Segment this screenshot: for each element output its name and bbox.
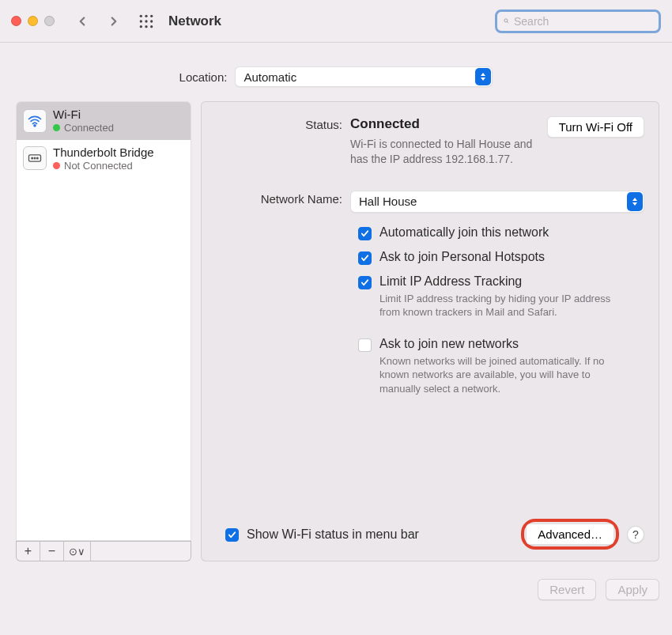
limit-ip-checkbox[interactable] (358, 276, 372, 289)
minimize-window-button[interactable] (28, 16, 38, 26)
svg-point-13 (32, 158, 33, 160)
limit-ip-label: Limit IP Address Tracking (379, 274, 644, 289)
sidebar-footer: + − ⊙∨ (16, 541, 191, 561)
svg-point-15 (37, 158, 39, 160)
search-input[interactable] (514, 15, 652, 28)
svg-point-8 (150, 25, 153, 28)
auto-join-label: Automatically join this network (379, 225, 644, 240)
show-status-menubar-row: Show Wi-Fi status in menu bar (225, 527, 419, 542)
status-dot-icon (53, 124, 60, 131)
interface-name: Thunderbolt Bridge (53, 146, 154, 160)
ask-new-checkbox-row: Ask to join new networks Known networks … (358, 337, 644, 396)
interface-list: Wi-Fi Connected Thunderbolt Bridge (16, 101, 191, 541)
svg-point-14 (34, 158, 36, 160)
network-name-label: Network Name: (216, 191, 350, 213)
apply-button[interactable]: Apply (606, 579, 659, 600)
window-controls (11, 16, 55, 26)
wifi-toggle-button[interactable]: Turn Wi-Fi Off (547, 116, 644, 138)
status-description: Wi-Fi is connected to Hall House and has… (350, 137, 538, 167)
toolbar: Network (0, 0, 672, 43)
show-status-menubar-checkbox[interactable] (225, 528, 239, 542)
svg-point-3 (140, 20, 142, 22)
interface-item-thunderbolt[interactable]: Thunderbolt Bridge Not Connected (17, 140, 191, 178)
interface-actions-button[interactable]: ⊙∨ (64, 542, 91, 561)
ask-hotspot-checkbox[interactable] (358, 251, 372, 265)
interface-status: Connected (53, 122, 114, 134)
interface-sidebar: Wi-Fi Connected Thunderbolt Bridge (16, 101, 191, 561)
help-button[interactable]: ? (627, 526, 644, 543)
network-name-row: Network Name: Hall House (216, 191, 644, 213)
detail-footer: Show Wi-Fi status in menu bar Advanced… … (216, 519, 644, 550)
detail-pane: Status: Connected Wi-Fi is connected to … (201, 101, 659, 561)
back-button[interactable] (75, 14, 89, 28)
svg-point-11 (34, 125, 36, 127)
auto-join-checkbox-row: Automatically join this network (358, 225, 644, 240)
close-window-button[interactable] (11, 16, 21, 26)
window-footer-buttons: Revert Apply (0, 561, 672, 600)
location-value: Automatic (244, 70, 296, 84)
location-label: Location: (179, 70, 228, 84)
ask-new-checkbox[interactable] (358, 338, 372, 352)
limit-ip-checkbox-row: Limit IP Address Tracking Limit IP addre… (358, 274, 644, 319)
revert-button[interactable]: Revert (538, 579, 596, 600)
ask-new-description: Known networks will be joined automatica… (379, 354, 632, 396)
location-row: Location: Automatic (0, 43, 672, 101)
status-label: Status: (216, 116, 350, 167)
advanced-highlight: Advanced… (521, 519, 619, 550)
auto-join-checkbox[interactable] (358, 227, 372, 240)
remove-interface-button[interactable]: − (40, 542, 64, 561)
zoom-window-button[interactable] (44, 16, 55, 26)
svg-point-5 (150, 20, 153, 22)
add-interface-button[interactable]: + (17, 542, 40, 561)
dropdown-stepper-icon (627, 192, 643, 211)
advanced-button[interactable]: Advanced… (526, 523, 614, 545)
ask-hotspot-label: Ask to join Personal Hotspots (379, 250, 644, 264)
status-value: Connected (350, 116, 538, 132)
nav-arrows (75, 14, 121, 28)
svg-point-4 (145, 20, 147, 22)
dropdown-stepper-icon (475, 68, 491, 85)
network-name-value: Hall House (359, 195, 417, 208)
svg-point-1 (145, 14, 147, 17)
wifi-icon (23, 109, 47, 133)
interface-item-wifi[interactable]: Wi-Fi Connected (17, 102, 191, 140)
interface-status: Not Connected (53, 160, 154, 172)
content-area: Wi-Fi Connected Thunderbolt Bridge (0, 101, 672, 561)
network-name-select[interactable]: Hall House (350, 191, 644, 213)
svg-point-2 (150, 14, 153, 17)
show-all-preferences-button[interactable] (138, 13, 154, 29)
status-dot-icon (53, 162, 60, 169)
ask-new-label: Ask to join new networks (379, 337, 644, 351)
thunderbolt-bridge-icon (23, 146, 47, 170)
svg-point-0 (140, 14, 142, 17)
window-title: Network (168, 13, 221, 29)
search-field[interactable] (495, 9, 661, 33)
svg-point-9 (504, 19, 508, 22)
svg-point-7 (145, 25, 147, 28)
location-select[interactable]: Automatic (235, 66, 493, 87)
svg-line-10 (507, 21, 508, 23)
svg-point-6 (140, 25, 142, 28)
show-status-menubar-label: Show Wi-Fi status in menu bar (247, 527, 419, 542)
ask-hotspot-checkbox-row: Ask to join Personal Hotspots (358, 250, 644, 265)
interface-name: Wi-Fi (53, 108, 114, 122)
status-row: Status: Connected Wi-Fi is connected to … (216, 116, 644, 167)
sidebar-footer-spacer (91, 542, 191, 561)
forward-button[interactable] (107, 14, 121, 28)
limit-ip-description: Limit IP address tracking by hiding your… (379, 292, 632, 319)
